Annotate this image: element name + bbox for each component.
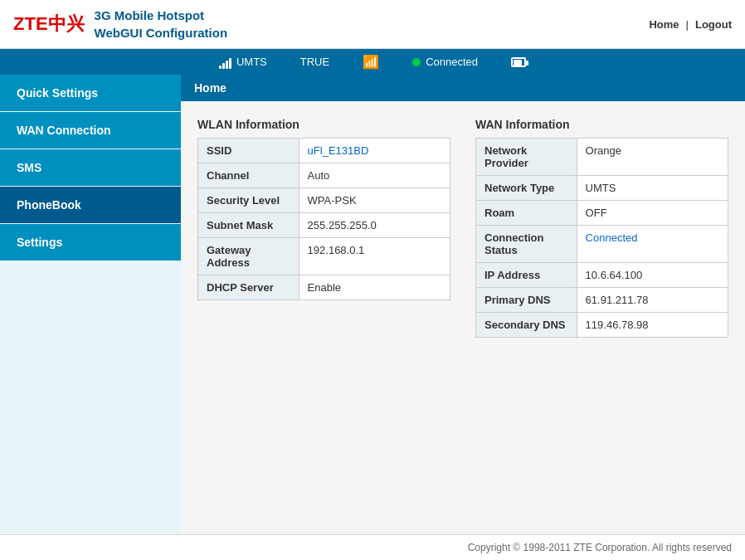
table-row: DHCP Server Enable (198, 275, 450, 300)
signal-bar-2 (222, 63, 225, 69)
main-layout: Quick Settings WAN Connection SMS PhoneB… (0, 75, 745, 539)
table-row: Primary DNS 61.91.211.78 (476, 288, 728, 313)
ssid-link[interactable]: uFl_E131BD (308, 144, 369, 157)
wlan-gateway-label: Gateway Address (198, 238, 299, 275)
wlan-dhcp-label: DHCP Server (198, 275, 299, 300)
wan-conn-status-label: Connection Status (476, 226, 577, 263)
sidebar-label-quick-settings: Quick Settings (17, 86, 98, 100)
wan-provider-label: Network Provider (476, 139, 577, 176)
wlan-channel-label: Channel (198, 163, 299, 188)
connection-status: Connected (412, 56, 478, 68)
sidebar: Quick Settings WAN Connection SMS PhoneB… (0, 75, 181, 539)
wan-type-label: Network Type (476, 176, 577, 201)
wan-panel: WAN Information Network Provider Orange … (475, 118, 728, 338)
wan-roam-value: OFF (577, 201, 728, 226)
connected-label: Connected (426, 56, 478, 68)
wan-primary-dns-label: Primary DNS (476, 288, 577, 313)
wan-primary-dns-value: 61.91.211.78 (577, 288, 728, 313)
wifi-icon: 📶 (363, 54, 379, 70)
sidebar-label-settings: Settings (17, 236, 62, 249)
zte-text: ZTE (13, 13, 48, 34)
sidebar-item-wan-connection[interactable]: WAN Connection (0, 112, 181, 149)
battery-status (511, 57, 526, 67)
table-row: Gateway Address 192.168.0.1 (198, 238, 450, 275)
sidebar-label-wan-connection: WAN Connection (17, 124, 111, 137)
connected-dot (412, 58, 421, 66)
zte-logo: ZTE中兴 (13, 12, 85, 37)
signal-bar-3 (226, 61, 228, 69)
table-row: Subnet Mask 255.255.255.0 (198, 213, 450, 238)
logout-link[interactable]: Logout (695, 18, 732, 31)
wan-roam-label: Roam (476, 201, 577, 226)
roam-status: OFF TRUE (300, 56, 329, 68)
title-line1: 3G Mobile Hotspot (95, 7, 228, 24)
sidebar-item-quick-settings[interactable]: Quick Settings (0, 75, 181, 111)
sidebar-item-settings[interactable]: Settings (0, 224, 181, 261)
wlan-security-label: Security Level (198, 188, 299, 213)
wlan-table: SSID uFl_E131BD Channel Auto Security Le… (197, 138, 450, 300)
copyright-text: Copyright © 1998-2011 ZTE Corporation. A… (468, 542, 732, 553)
footer: Copyright © 1998-2011 ZTE Corporation. A… (0, 534, 745, 560)
signal-bar-1 (219, 66, 222, 69)
battery-inner (514, 60, 522, 66)
wlan-ssid-value: uFl_E131BD (299, 139, 450, 163)
content-body: WLAN Information SSID uFl_E131BD Channel… (181, 101, 745, 354)
wlan-panel: WLAN Information SSID uFl_E131BD Channel… (197, 118, 450, 338)
wifi-status: 📶 (363, 54, 379, 70)
table-row: Secondary DNS 119.46.78.98 (476, 313, 728, 338)
table-row: SSID uFl_E131BD (198, 139, 450, 163)
wan-title: WAN Information (475, 118, 728, 131)
wlan-ssid-label: SSID (198, 139, 299, 163)
wan-ip-value: 10.6.64.100 (577, 263, 728, 288)
sidebar-item-phonebook[interactable]: PhoneBook (0, 187, 181, 223)
sidebar-label-phonebook: PhoneBook (17, 198, 81, 212)
wan-type-value: UMTS (577, 176, 728, 201)
zte-chinese: 中兴 (48, 13, 85, 34)
status-bar: UMTS OFF TRUE 📶 Connected (0, 49, 745, 75)
wan-ip-label: IP Address (476, 263, 577, 288)
wlan-security-value: WPA-PSK (299, 188, 450, 213)
wlan-dhcp-value: Enable (299, 275, 450, 300)
sidebar-item-sms[interactable]: SMS (0, 149, 181, 186)
breadcrumb: Home (181, 75, 745, 101)
wlan-title: WLAN Information (197, 118, 450, 131)
battery-icon (511, 57, 526, 67)
header: ZTE中兴 3G Mobile Hotspot WebGUI Configura… (0, 0, 745, 49)
wlan-gateway-value: 192.168.0.1 (299, 238, 450, 275)
signal-icon (219, 56, 231, 69)
nav-divider: | (686, 18, 689, 31)
header-nav: Home | Logout (649, 18, 732, 31)
table-row: Roam OFF (476, 201, 728, 226)
table-row: Network Type UMTS (476, 176, 728, 201)
signal-bar-4 (229, 58, 231, 69)
title-line2: WebGUI Configuration (95, 24, 228, 41)
home-link[interactable]: Home (649, 18, 679, 31)
table-row: IP Address 10.6.64.100 (476, 263, 728, 288)
wlan-subnet-label: Subnet Mask (198, 213, 299, 238)
app-title: 3G Mobile Hotspot WebGUI Configuration (95, 7, 228, 41)
table-row: Channel Auto (198, 163, 450, 188)
true-label: TRUE (300, 56, 329, 68)
content-area: Home WLAN Information SSID uFl_E131BD Ch… (181, 75, 745, 539)
wan-table: Network Provider Orange Network Type UMT… (475, 138, 728, 338)
sidebar-label-sms: SMS (17, 161, 41, 174)
signal-status: UMTS (219, 56, 267, 69)
logo-area: ZTE中兴 3G Mobile Hotspot WebGUI Configura… (13, 7, 227, 41)
network-type-label: UMTS (236, 56, 267, 68)
wlan-subnet-value: 255.255.255.0 (299, 213, 450, 238)
wan-secondary-dns-label: Secondary DNS (476, 313, 577, 338)
table-row: Connection Status Connected (476, 226, 728, 263)
table-row: Network Provider Orange (476, 139, 728, 176)
wan-conn-status-value: Connected (577, 226, 728, 263)
wan-secondary-dns-value: 119.46.78.98 (577, 313, 728, 338)
wlan-channel-value: Auto (299, 163, 450, 188)
table-row: Security Level WPA-PSK (198, 188, 450, 213)
wan-provider-value: Orange (577, 139, 728, 176)
